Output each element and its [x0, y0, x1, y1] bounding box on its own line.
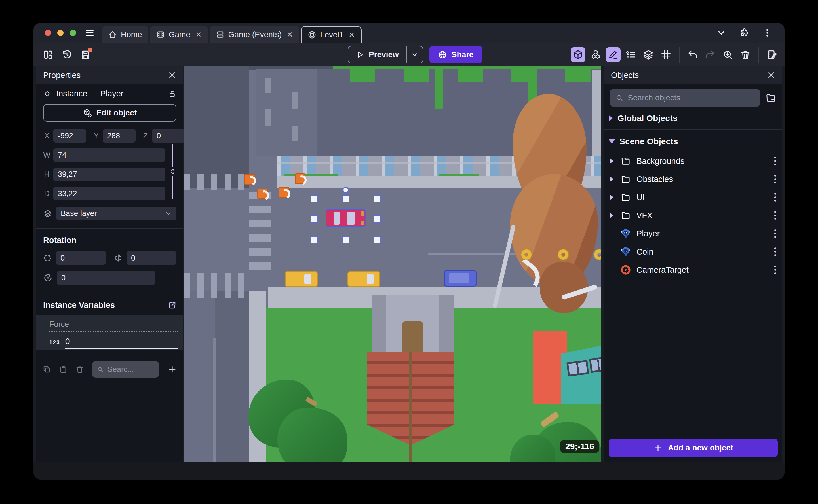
variable-row[interactable]: Force 123 0 — [36, 315, 183, 350]
unlock-icon[interactable] — [168, 90, 176, 98]
yellow-car[interactable] — [285, 271, 318, 287]
preview-button[interactable]: Preview — [348, 50, 406, 59]
add-folder-icon[interactable] — [765, 92, 777, 103]
zoom-in-button[interactable] — [720, 47, 735, 62]
resize-handle-e[interactable] — [373, 215, 381, 223]
maximize-window-button[interactable] — [70, 30, 76, 36]
edit-object-button[interactable]: 3D Edit object — [43, 104, 176, 122]
close-icon[interactable]: ✕ — [348, 31, 355, 39]
instances-list-button[interactable] — [624, 47, 638, 62]
resize-handle-s[interactable] — [342, 236, 349, 243]
global-objects-group[interactable]: Global Objects — [604, 109, 782, 127]
blue-car[interactable] — [444, 270, 477, 287]
close-icon[interactable] — [767, 71, 775, 79]
close-icon[interactable] — [168, 71, 176, 79]
width-input[interactable] — [53, 148, 165, 162]
x-input[interactable] — [53, 129, 86, 143]
trash-icon[interactable] — [75, 365, 84, 374]
player-car-selected[interactable] — [325, 209, 366, 227]
edit-mode-toggle[interactable] — [606, 47, 621, 62]
variable-value[interactable]: 0 — [65, 336, 177, 349]
delete-button[interactable] — [738, 47, 753, 62]
objects-search-input[interactable] — [628, 93, 754, 102]
height-input[interactable] — [53, 168, 165, 181]
variables-search-input[interactable] — [107, 365, 154, 374]
close-window-button[interactable] — [45, 30, 51, 36]
close-icon[interactable]: ✕ — [195, 30, 202, 39]
lane-line-vertical — [213, 338, 215, 462]
tab-game-events[interactable]: Game (Events) ✕ — [210, 26, 299, 43]
panels-layout-button[interactable] — [41, 47, 56, 62]
paste-icon[interactable] — [59, 365, 67, 374]
resize-handle-n[interactable] — [342, 195, 349, 202]
yellow-car[interactable] — [347, 271, 380, 287]
depth-input[interactable] — [53, 187, 165, 200]
coin[interactable] — [594, 249, 601, 260]
coin[interactable] — [521, 249, 532, 260]
kebab-menu-icon[interactable] — [762, 28, 772, 38]
extensions-icon[interactable] — [739, 28, 749, 38]
rotation-handle[interactable] — [342, 187, 349, 193]
tab-home[interactable]: Home — [102, 26, 148, 43]
preview-button-group: Preview — [348, 46, 423, 63]
tree-item-ui[interactable]: UI — [604, 188, 782, 206]
resize-handle-se[interactable] — [373, 236, 381, 243]
kebab-menu-icon[interactable] — [773, 246, 778, 258]
layers-button[interactable] — [641, 47, 656, 62]
undo-button[interactable] — [685, 47, 700, 62]
minimize-window-button[interactable] — [57, 30, 64, 36]
coin[interactable] — [558, 249, 569, 260]
resize-handle-w[interactable] — [310, 215, 318, 223]
crate-obstacle[interactable] — [295, 173, 305, 184]
close-icon[interactable]: ✕ — [287, 30, 293, 39]
copy-icon[interactable] — [43, 365, 51, 374]
redo-button[interactable] — [703, 47, 718, 62]
tree-item-obstacles[interactable]: Obstacles — [604, 170, 782, 188]
layer-select[interactable]: Base layer — [56, 207, 176, 220]
view-3d-toggle[interactable] — [571, 47, 586, 62]
preview-options-button[interactable] — [406, 46, 423, 63]
rotation-z-input[interactable] — [57, 271, 155, 285]
open-variables-external-icon[interactable] — [168, 301, 176, 310]
crate-obstacle[interactable] — [257, 189, 268, 199]
resize-handle-nw[interactable] — [310, 195, 318, 202]
search-icon — [616, 94, 623, 102]
scene-canvas[interactable]: 29;-116 — [184, 66, 601, 462]
proportional-link-control[interactable] — [169, 144, 176, 199]
kebab-menu-icon[interactable] — [773, 155, 778, 167]
tree-item-coin[interactable]: Coin — [604, 243, 782, 261]
objects-search[interactable] — [610, 89, 760, 107]
tree-item-vfx[interactable]: VFX — [604, 206, 782, 225]
add-variable-icon[interactable] — [167, 365, 177, 374]
rotation-x-input[interactable] — [56, 251, 106, 265]
y-input[interactable] — [103, 129, 136, 143]
objects-view-button[interactable] — [588, 47, 603, 62]
kebab-menu-icon[interactable] — [773, 264, 778, 276]
resize-handle-ne[interactable] — [373, 195, 381, 202]
rotation-y-input[interactable] — [126, 251, 176, 265]
tree-item-backgrounds[interactable]: Backgrounds — [604, 152, 782, 170]
chevron-down-icon[interactable] — [717, 28, 726, 38]
kebab-menu-icon[interactable] — [773, 191, 778, 203]
z-input[interactable] — [152, 129, 185, 143]
tree-item-player[interactable]: Player — [604, 225, 782, 243]
variables-search[interactable] — [92, 361, 159, 378]
edit-scene-properties-button[interactable] — [765, 47, 779, 62]
save-button[interactable] — [78, 47, 93, 62]
crate-obstacle[interactable] — [244, 174, 255, 185]
share-button[interactable]: Share — [430, 46, 482, 63]
kebab-menu-icon[interactable] — [773, 209, 778, 221]
crate-obstacle[interactable] — [278, 187, 289, 198]
kebab-menu-icon[interactable] — [773, 228, 778, 240]
scene-objects-group[interactable]: Scene Objects — [604, 133, 782, 150]
kebab-menu-icon[interactable] — [773, 173, 778, 185]
history-button[interactable] — [60, 47, 74, 62]
grid-button[interactable] — [659, 47, 673, 62]
mascot-3d-object-icon — [620, 246, 632, 257]
resize-handle-sw[interactable] — [310, 236, 318, 243]
tab-level1[interactable]: Level1 ✕ — [301, 26, 361, 43]
tab-game[interactable]: Game ✕ — [150, 26, 208, 43]
tree-item-cameratarget[interactable]: CameraTarget — [604, 261, 782, 279]
main-menu-button[interactable] — [83, 23, 102, 43]
add-new-object-button[interactable]: Add a new object — [609, 439, 778, 457]
